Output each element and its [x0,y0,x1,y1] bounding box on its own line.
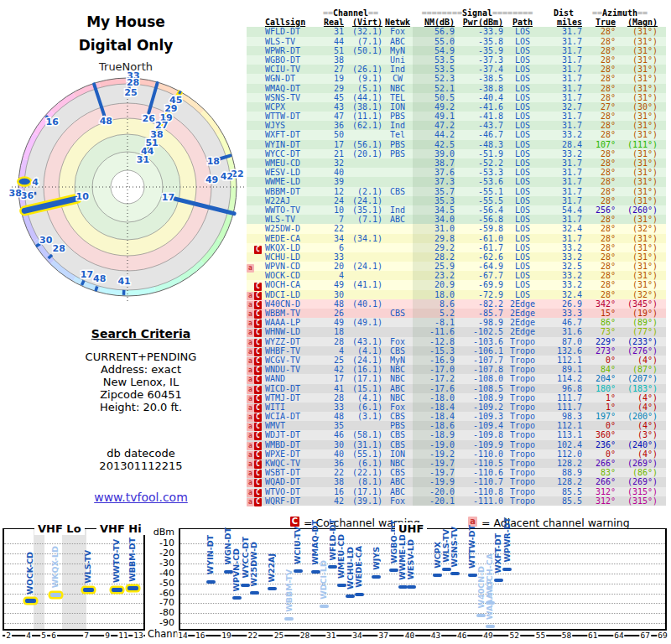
table-row: WESV-LD4037.6-53.3LOS31.728°(31°) [247,168,666,177]
table-cell: -55.1 [455,187,503,196]
table-cell: 18 [319,327,344,336]
channel-tick-label: 49 [482,631,493,640]
station-signal-bar [398,585,408,589]
co-channel-warning-icon: C [254,498,262,506]
table-cell: (7.1) [344,37,382,46]
table-cell: WQAD-DT [263,477,319,486]
table-cell: -110.0 [455,449,503,459]
table-cell: 31.7 [542,187,582,196]
table-cell: Tropo [503,356,542,365]
warning-markers: aC [247,356,263,365]
table-cell: (24.1) [344,262,382,271]
table-cell: 2Edge [503,318,542,327]
tvfool-link[interactable]: www.tvfool.com [94,491,188,504]
table-cell: 33.2 [542,280,582,289]
table-cell: -17.0 [413,365,455,374]
table-cell: Tropo [503,468,542,477]
table-cell: 28° [582,121,616,130]
dbm-gridline [4,623,143,624]
table-cell: Tropo [503,412,542,421]
table-cell: Tropo [503,477,542,486]
table-cell: (315°) [616,496,658,506]
table-cell: WJYS [263,121,319,130]
table-cell: WHBF-TV [263,346,319,356]
table-cell: 132.6 [542,346,582,356]
table-cell: WNDU-TV [263,365,319,374]
station-signal-bar [25,599,36,603]
table-cell: (31°) [616,168,658,177]
table-cell: (3°) [616,430,658,439]
table-cell: 15° [582,309,616,318]
table-cell: 53.5 [413,65,455,74]
table-row: WLS-TV7(7.1)ABC34.0-56.8LOS31.728°(31°) [247,215,666,224]
station-tick [81,280,84,284]
table-cell: 85.5 [542,487,582,496]
table-cell: -18.6 [413,421,455,430]
table-cell: 204° [582,374,616,383]
table-cell: 31.7 [542,65,582,74]
table-cell: 0° [582,449,616,459]
table-cell: (31°) [616,27,658,36]
station-signal-bar [407,585,416,589]
dbm-gridline [4,613,143,614]
table-cell: 28° [582,112,616,121]
table-cell: 28° [582,55,616,65]
table-cell: 28° [582,27,616,36]
warning-markers [247,93,263,102]
station-callsign-label: WDCI-LD [319,560,328,600]
table-cell: (31°) [616,187,658,196]
table-cell: LOS [503,46,542,55]
table-cell: -35.9 [455,46,503,55]
table-cell: (31°) [616,280,658,289]
dbm-axis-title: dBm [149,527,174,538]
table-cell: W40CN-D [263,299,319,309]
table-cell: 2Edge [503,327,542,336]
station-signal-bar [268,587,277,590]
table-cell: LOS [503,37,542,46]
table-cell: Tropo [503,384,542,393]
channel-tick-label: 37 [377,631,388,640]
table-cell: 35.3 [413,196,455,205]
table-cell: -85.7 [455,309,503,318]
channel-tick-label: 31 [325,631,336,640]
table-cell: 51 [319,46,344,55]
station-callsign-label: WLS-TV [83,550,92,584]
tvfool-link-wrap: www.tvfool.com [49,491,233,504]
channel-tick-label: 43 [430,631,441,640]
warning-markers [247,271,263,280]
table-cell: -53.3 [455,168,503,177]
station-callsign-label: WCIU-TV [293,527,302,564]
table-cell: 42.5 [413,140,455,149]
signal-table: ==Channel==========Signal========Dist==A… [247,8,666,506]
table-cell: (260°) [616,205,658,215]
table-header-groups: ==Channel==========Signal========Dist==A… [247,8,666,18]
table-cell: (5.1) [344,84,382,93]
table-cell: -110.8 [455,487,503,496]
table-cell: WCGV-TV [263,356,319,365]
vhf-lo-label: VHF Lo [34,522,85,535]
station-callsign-label: WTTW-DT [467,525,476,569]
table-cell: WEDE-CA [263,234,319,243]
table-cell: MyN [382,46,413,55]
table-cell: 7 [319,215,344,224]
table-cell: (34.1) [344,234,382,243]
column-header: Real [319,18,344,27]
station-callsign-label: WMEU-CD [336,534,346,579]
table-cell: NBC [382,374,413,383]
table-cell: -18.4 [413,412,455,421]
table-row: W22AJ24(24.1)35.3-55.5LOS31.728°(31°) [247,196,666,205]
table-cell [382,252,413,262]
table-cell: WTVO-DT [263,487,319,496]
table-cell: -67.7 [455,271,503,280]
table-cell: 113.1 [542,430,582,439]
table-cell: 31.6 [542,327,582,336]
table-cell: 22 [319,224,344,233]
table-cell: 23.2 [413,271,455,280]
dbm-tick-label: -90 [149,617,174,628]
column-header: Callsign [263,18,319,27]
table-row: aCWTMJ-DT28(4.1)NBC-18.0-108.9Tropo111.7… [247,393,666,402]
table-row: aCKWQC-TV36(6.1)NBC-19.7-110.5Tropo128.2… [247,459,666,468]
channel-label: 10 [76,191,90,202]
station-signal-bar [450,572,460,575]
warning-markers: aC [247,365,263,374]
